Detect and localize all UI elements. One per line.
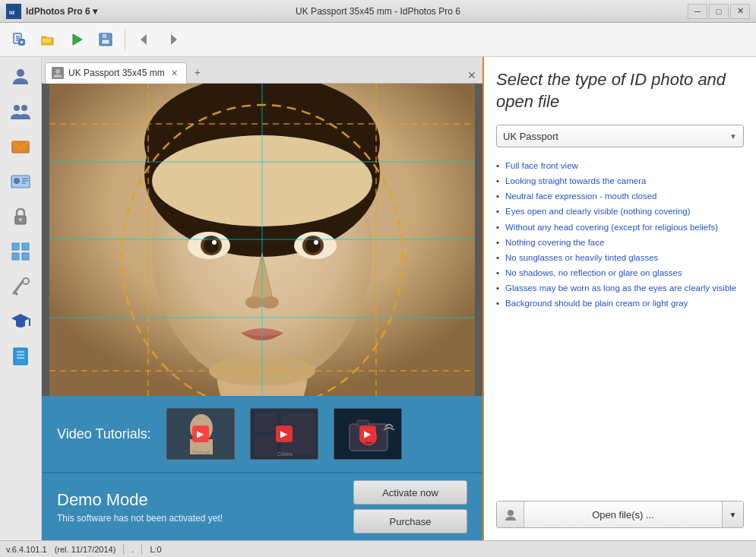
close-button[interactable]: ✕ — [730, 4, 750, 19]
open-files-button[interactable]: Open file(s) ... ▼ — [496, 501, 744, 528]
svg-point-25 — [19, 218, 22, 221]
tab-label: UK Passport 35x45 mm — [68, 68, 165, 78]
photo-area — [42, 84, 482, 396]
svg-text:Id: Id — [9, 9, 14, 16]
requirement-item: Glasses may be worn as long as the eyes … — [496, 280, 744, 296]
svg-rect-35 — [14, 348, 27, 365]
svg-point-49 — [204, 238, 219, 253]
video-play-icon-3: ▶ — [359, 426, 376, 442]
panel-title: Select the type of ID photo and open fil… — [496, 69, 744, 112]
video-play-icon-2: ▶ — [276, 426, 293, 442]
sidebar-item-mail[interactable] — [4, 130, 37, 163]
chevron-down-icon: ▼ — [729, 132, 737, 141]
status-dot: . — [131, 545, 134, 554]
window-controls: ─ □ ✕ — [688, 4, 750, 19]
tab-bar: UK Passport 35x45 mm ✕ + ✕ — [42, 57, 482, 84]
tab-uk-passport[interactable]: UK Passport 35x45 mm ✕ — [45, 62, 187, 84]
tab-avatar — [52, 67, 64, 79]
toolbar-separator — [125, 29, 125, 50]
requirement-item: Without any head covering (except for re… — [496, 220, 744, 235]
open-button[interactable] — [35, 27, 61, 52]
nav-back-button[interactable] — [131, 27, 157, 52]
sidebar-item-tools[interactable] — [4, 270, 37, 303]
window-title: UK Passport 35x45 mm - IdPhotos Pro 6 — [296, 6, 460, 17]
svg-rect-74 — [255, 435, 277, 457]
photo-panel: Video Tutorials: Portrait ▶ — [42, 84, 482, 540]
svg-rect-11 — [102, 33, 107, 39]
passport-type-dropdown[interactable]: UK Passport ▼ — [496, 125, 744, 147]
svg-point-53 — [305, 238, 321, 253]
svg-line-32 — [15, 293, 17, 295]
requirement-item: Looking straight towards the camera — [496, 173, 744, 188]
sidebar-item-lock[interactable] — [4, 200, 37, 233]
svg-point-81 — [508, 510, 514, 516]
app-icon: Id — [6, 4, 21, 19]
requirement-item: Background should be plain cream or ligh… — [496, 296, 744, 311]
svg-text:Colors: Colors — [277, 451, 293, 457]
video-thumb-2[interactable]: Colors ▶ — [250, 408, 318, 460]
tab-panel-close-button[interactable]: ✕ — [464, 68, 479, 83]
main-layout: UK Passport 35x45 mm ✕ + ✕ — [0, 57, 756, 540]
sidebar-item-grid[interactable] — [4, 235, 37, 268]
svg-marker-9 — [73, 34, 82, 45]
photo-canvas — [49, 84, 475, 396]
title-left: Id IdPhotos Pro 6 ▾ — [6, 4, 97, 19]
demo-bar: Demo Mode This software has not been act… — [42, 472, 482, 540]
requirement-item: Full face front view — [496, 158, 744, 173]
sidebar — [0, 57, 42, 540]
demo-text-area: Demo Mode This software has not been act… — [57, 490, 223, 524]
title-bar: Id IdPhotos Pro 6 ▾ UK Passport 35x45 mm… — [0, 0, 756, 23]
video-thumb-1[interactable]: Portrait ▶ — [166, 408, 235, 460]
requirement-item: Eyes open and clearly visible (nothing c… — [496, 204, 744, 219]
svg-marker-14 — [171, 34, 177, 45]
requirement-item: Neutral face expression - mouth closed — [496, 188, 744, 204]
nav-forward-button[interactable] — [160, 27, 186, 52]
activate-now-button[interactable]: Activate now — [353, 480, 467, 505]
content-area: UK Passport 35x45 mm ✕ + ✕ — [42, 57, 482, 540]
sidebar-item-graduation[interactable] — [4, 305, 37, 338]
requirement-item: Nothing covering the face — [496, 235, 744, 250]
sidebar-item-group[interactable] — [4, 95, 37, 128]
tab-add-button[interactable]: + — [187, 62, 208, 83]
level-label: L:0 — [150, 545, 161, 554]
toolbar — [0, 23, 756, 57]
svg-marker-13 — [141, 34, 147, 45]
sidebar-item-person[interactable] — [4, 60, 37, 93]
tab-close-button[interactable]: ✕ — [169, 68, 180, 78]
save-button[interactable] — [93, 27, 119, 52]
svg-text:Portrait: Portrait — [192, 450, 210, 455]
purchase-button[interactable]: Purchase — [353, 509, 467, 533]
demo-buttons-area: Activate now Purchase — [353, 480, 467, 533]
open-files-dropdown-arrow[interactable]: ▼ — [722, 502, 743, 527]
svg-point-40 — [55, 69, 60, 74]
open-files-icon — [497, 502, 524, 527]
svg-rect-28 — [12, 253, 19, 260]
svg-point-17 — [21, 105, 27, 111]
svg-point-20 — [14, 178, 20, 184]
demo-mode-title: Demo Mode — [57, 490, 223, 510]
status-separator-2 — [141, 544, 142, 555]
svg-rect-29 — [22, 253, 29, 260]
requirement-item: No shadows, no reflection or glare on gl… — [496, 265, 744, 280]
sidebar-item-book[interactable] — [4, 340, 37, 373]
sidebar-item-id[interactable] — [4, 165, 37, 198]
demo-mode-subtitle: This software has not been activated yet… — [57, 513, 223, 524]
video-thumb-3[interactable]: ▶ — [334, 408, 402, 460]
new-button[interactable] — [6, 27, 32, 52]
requirements-list: Full face front view Looking straight to… — [496, 158, 744, 311]
svg-point-50 — [212, 240, 217, 245]
open-files-label: Open file(s) ... — [524, 509, 722, 521]
svg-line-30 — [14, 281, 23, 293]
status-separator-1 — [123, 544, 124, 555]
version-label: v.6.4.101.1 — [6, 545, 47, 554]
restore-button[interactable]: □ — [709, 4, 729, 19]
play-button[interactable] — [64, 27, 90, 52]
dropdown-label: UK Passport — [503, 131, 558, 142]
svg-rect-12 — [102, 40, 109, 44]
video-tutorials-label: Video Tutorials: — [57, 426, 151, 442]
minimize-button[interactable]: ─ — [688, 4, 707, 19]
svg-rect-72 — [255, 413, 277, 432]
video-bar: Video Tutorials: Portrait ▶ — [42, 396, 482, 472]
rel-date-label: (rel. 11/17/2014) — [55, 545, 116, 554]
svg-rect-26 — [12, 243, 19, 250]
